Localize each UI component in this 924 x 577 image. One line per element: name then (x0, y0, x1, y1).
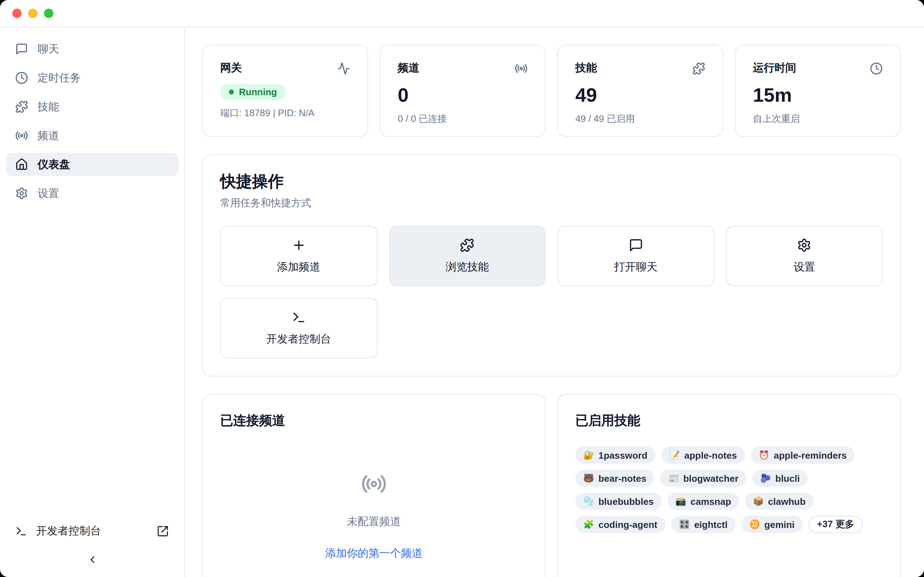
action-label: 设置 (794, 261, 815, 274)
skill-name: eightctl (694, 519, 727, 530)
skill-pill: 🫧bluebubbles (575, 493, 662, 510)
stat-subtitle: 自上次重启 (753, 113, 883, 126)
skill-emoji: 🧩 (583, 521, 594, 529)
skill-pill: 📦clawhub (745, 493, 814, 510)
clock-icon (15, 71, 28, 84)
sidebar-item-label: 聊天 (37, 42, 59, 56)
stat-card-uptime: 运行时间 15m 自上次重启 (735, 45, 901, 137)
action-label: 打开聊天 (614, 261, 657, 274)
open-chat-button[interactable]: 打开聊天 (557, 226, 714, 287)
skill-emoji: 🫧 (583, 497, 594, 506)
skill-pill: ♊️gemini (741, 516, 803, 533)
skill-emoji: 🫐 (760, 474, 771, 483)
puzzle-icon (692, 62, 705, 75)
sidebar-item-label: 频道 (37, 129, 59, 142)
home-icon (15, 158, 28, 171)
stat-value: 0 (398, 86, 528, 105)
terminal-icon (15, 525, 27, 537)
sidebar-collapse-button[interactable] (6, 550, 178, 570)
app-body: 聊天 定时任务 技能 频道 (0, 27, 924, 577)
stat-title: 技能 (575, 61, 597, 75)
sidebar-item-channels[interactable]: 频道 (6, 124, 178, 147)
dev-console-row[interactable]: 开发者控制台 (6, 521, 178, 541)
skill-emoji: 📝 (669, 451, 680, 460)
sidebar-item-settings[interactable]: 设置 (6, 182, 178, 205)
chat-icon (629, 239, 643, 253)
display-scaler: 聊天 定时任务 技能 频道 (0, 0, 924, 577)
window-controls (12, 9, 53, 18)
skill-name: blogwatcher (683, 473, 738, 484)
sidebar-item-scheduled-tasks[interactable]: 定时任务 (6, 66, 178, 89)
connected-channels-card: 已连接频道 未配置频道 添加你的第一个频道 (202, 394, 546, 577)
skill-pill: 🧩coding-agent (575, 516, 665, 533)
action-label: 开发者控制台 (267, 333, 331, 347)
plus-icon (292, 239, 306, 253)
enabled-skills-card: 已启用技能 🔐1password 📝apple-notes ⏰apple-rem… (557, 394, 901, 577)
stat-value: 49 (575, 86, 705, 105)
skill-pill: 🐻bear-notes (575, 470, 654, 487)
skill-emoji: ⏰ (759, 451, 769, 460)
skill-name: apple-reminders (774, 450, 847, 461)
gear-icon (797, 239, 812, 253)
skill-emoji: ♊️ (749, 521, 760, 529)
sidebar-item-chat[interactable]: 聊天 (6, 37, 178, 61)
skills-pill-list: 🔐1password 📝apple-notes ⏰apple-reminders… (575, 447, 883, 533)
stat-title: 运行时间 (753, 61, 796, 75)
add-first-channel-link[interactable]: 添加你的第一个频道 (325, 547, 423, 561)
stat-card-channels: 频道 0 0 / 0 已连接 (380, 45, 546, 137)
dev-console-label: 开发者控制台 (36, 524, 101, 538)
skill-name: bear-notes (598, 473, 646, 484)
skill-name: blucli (775, 473, 800, 484)
sidebar-footer: 开发者控制台 (6, 521, 178, 570)
settings-button[interactable]: 设置 (726, 226, 883, 287)
stat-subtitle: 0 / 0 已连接 (398, 113, 528, 126)
broadcast-icon (515, 62, 528, 75)
puzzle-icon (15, 100, 28, 113)
more-skills-pill[interactable]: +37 更多 (808, 516, 863, 533)
channels-empty-text: 未配置频道 (347, 515, 401, 529)
skill-emoji: 🔐 (583, 451, 594, 460)
stat-title: 网关 (220, 61, 242, 75)
stat-value: 15m (753, 86, 883, 105)
add-channel-button[interactable]: 添加频道 (220, 226, 377, 287)
skill-pill: ⏰apple-reminders (751, 447, 855, 464)
sidebar-item-label: 技能 (37, 100, 59, 114)
connected-channels-title: 已连接频道 (220, 412, 528, 429)
stats-row: 网关 Running 端口: 18789 | PID: N/A 频道 (202, 45, 901, 137)
skill-pill: 📰blogwatcher (660, 470, 746, 487)
stat-subtitle: 端口: 18789 | PID: N/A (220, 107, 350, 120)
bottom-row: 已连接频道 未配置频道 添加你的第一个频道 已启用技能 🔐1password 📝… (202, 394, 901, 577)
skill-pill: 🫐blucli (752, 470, 808, 487)
skill-pill: 📸camsnap (667, 493, 739, 510)
sidebar-item-label: 定时任务 (37, 71, 81, 85)
close-button[interactable] (12, 9, 22, 18)
browse-skills-button[interactable]: 浏览技能 (389, 226, 546, 287)
stat-subtitle: 49 / 49 已启用 (575, 113, 705, 126)
minimize-button[interactable] (28, 9, 37, 18)
stat-card-skills: 技能 49 49 / 49 已启用 (557, 45, 723, 137)
action-label: 浏览技能 (446, 261, 489, 274)
sidebar-item-label: 仪表盘 (37, 158, 70, 171)
dev-console-button[interactable]: 开发者控制台 (220, 298, 377, 359)
clock-icon (870, 62, 883, 75)
external-link-icon[interactable] (157, 525, 169, 537)
sidebar-item-skills[interactable]: 技能 (6, 95, 178, 118)
broadcast-icon (15, 129, 28, 142)
quick-actions-title: 快捷操作 (220, 172, 883, 192)
stat-title: 频道 (398, 61, 419, 75)
quick-actions-grid: 添加频道 浏览技能 打开聊天 设置 (220, 226, 883, 359)
skill-name: 1password (598, 450, 648, 461)
sidebar-nav: 聊天 定时任务 技能 频道 (6, 37, 178, 205)
skill-name: apple-notes (684, 450, 737, 461)
skill-emoji: 📰 (668, 474, 679, 483)
more-skills-label: +37 更多 (817, 518, 854, 531)
skill-pill: 🔐1password (575, 447, 656, 464)
sidebar-item-dashboard[interactable]: 仪表盘 (6, 153, 178, 176)
skill-name: camsnap (690, 496, 731, 507)
titlebar[interactable] (0, 0, 924, 27)
app-window: 聊天 定时任务 技能 频道 (0, 0, 924, 577)
skill-name: clawhub (768, 496, 806, 507)
zoom-button[interactable] (44, 9, 53, 18)
skill-name: gemini (764, 519, 795, 530)
quick-actions-subtitle: 常用任务和快捷方式 (220, 197, 883, 210)
